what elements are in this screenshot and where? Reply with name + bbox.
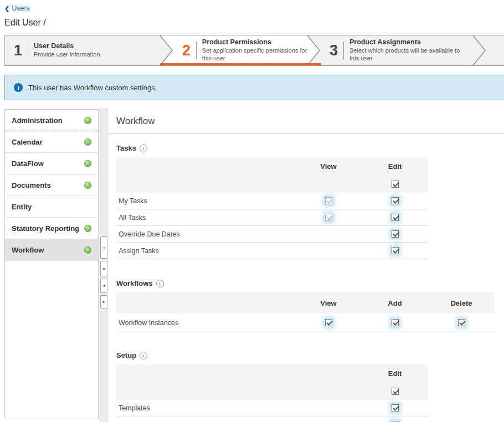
view-checkbox[interactable] [325, 319, 332, 326]
step-subtitle: Select which products will be available … [349, 47, 466, 63]
setup-section-title: Setup [116, 351, 136, 359]
back-link-label: Users [12, 4, 30, 12]
info-icon: i [14, 83, 23, 92]
edit-checkbox[interactable] [392, 214, 399, 221]
step-title: Product Assignments [349, 38, 466, 46]
panel-header: Workflow [107, 116, 504, 134]
table-row: All Tasks [116, 209, 428, 226]
add-checkbox[interactable] [392, 319, 399, 326]
status-dot-icon [84, 138, 91, 146]
table-row: My Tasks [116, 193, 428, 209]
step-title: Product Permissions [202, 38, 307, 46]
step-divider [28, 42, 28, 59]
column-header-edit: Edit [362, 162, 428, 171]
column-header-view: View [295, 162, 362, 171]
select-all-edit-checkbox[interactable] [392, 388, 399, 395]
view-checkbox [325, 214, 332, 221]
splitter-collapse-button[interactable]: « [100, 261, 107, 276]
stepper-filler [486, 35, 504, 65]
table-row: Global Settings [116, 416, 428, 422]
row-label: Assign Tasks [116, 247, 295, 255]
back-chevron-icon: ❮ [4, 5, 9, 12]
workflows-section-title: Workflows [116, 279, 153, 287]
row-label: All Tasks [116, 214, 295, 222]
resize-icon: ⊣⊢ [101, 246, 106, 250]
row-label: Workflow Instances [116, 319, 295, 327]
table-row: Override Due Dates [116, 226, 428, 243]
sidebar-item-label: Entity [12, 203, 84, 211]
setup-table: Edit Templates Global Settings [116, 364, 428, 422]
step-divider [343, 42, 344, 59]
workflows-table: View Add Delete Workflow Instances [116, 292, 495, 332]
tasks-section: Tasks i View Edit My Tasks [116, 144, 504, 259]
splitter-left-button[interactable]: ◄ [100, 279, 107, 293]
sidebar-item-dataflow[interactable]: DataFlow [5, 153, 98, 174]
info-banner: i This user has Workflow custom settings… [4, 75, 504, 100]
step-title: User Details [34, 42, 100, 50]
edit-checkbox[interactable] [392, 404, 399, 411]
back-to-users-link[interactable]: ❮Users [4, 4, 30, 12]
edit-checkbox[interactable] [392, 230, 399, 238]
select-all-edit-checkbox[interactable] [392, 181, 399, 188]
sidebar-item-administration[interactable]: Administration [5, 110, 98, 131]
table-row: Templates [116, 400, 428, 416]
info-icon[interactable]: i [156, 280, 164, 287]
step-subtitle: Provide user information [34, 51, 100, 59]
step-chevron-icon [473, 35, 486, 65]
sidebar-item-workflow[interactable]: Workflow [5, 239, 98, 261]
status-dot-icon [84, 117, 91, 124]
sidebar-item-label: Statutory Reporting [12, 224, 84, 233]
step-product-permissions[interactable]: 2 Product Permissions Set application sp… [173, 35, 307, 65]
column-header-delete: Delete [428, 299, 495, 307]
row-label: Override Due Dates [116, 230, 295, 238]
info-icon[interactable]: i [140, 352, 147, 359]
collapse-icon: « [102, 266, 105, 271]
step-chevron-icon [307, 35, 321, 65]
status-dot-icon [84, 225, 91, 232]
column-header-view: View [295, 299, 362, 307]
wizard-stepper: 1 User Details Provide user information … [4, 35, 504, 66]
step-product-assignments[interactable]: 3 Product Assignments Select which produ… [321, 35, 473, 65]
row-label: Templates [116, 404, 295, 412]
arrow-right-icon: ► [102, 300, 106, 303]
table-row: Workflow Instances [116, 313, 495, 332]
delete-checkbox[interactable] [458, 319, 465, 326]
tasks-table: View Edit My Tasks All Tasks [116, 157, 428, 259]
arrow-left-icon: ◄ [102, 284, 106, 287]
sidebar-item-label: Workflow [12, 246, 84, 254]
view-checkbox [325, 197, 332, 204]
step-chevron-icon [160, 35, 173, 65]
banner-message: This user has Workflow custom settings. [28, 84, 157, 92]
sidebar-item-entity[interactable]: Entity [5, 196, 98, 218]
splitter-resize-button[interactable]: ⊣⊢ [100, 236, 107, 259]
status-dot-icon [84, 246, 91, 254]
info-icon[interactable]: i [140, 145, 147, 152]
panel-splitter[interactable]: ⊣⊢ « ◄ ► [100, 108, 107, 422]
sidebar-item-calendar[interactable]: Calendar [5, 131, 98, 153]
workflows-table-header: View Add Delete [116, 292, 495, 313]
sidebar-item-label: Calendar [12, 138, 84, 146]
step-subtitle: Set application specific permissions for… [202, 47, 307, 63]
step-number: 1 [14, 43, 22, 58]
status-dot-icon [84, 160, 91, 167]
product-sidebar: Administration Calendar DataFlow Documen… [4, 109, 99, 419]
setup-section: Setup i Edit Templates [116, 351, 504, 422]
column-header-add: Add [362, 299, 428, 307]
tasks-section-title: Tasks [116, 144, 136, 152]
sidebar-item-statutory-reporting[interactable]: Statutory Reporting [5, 218, 98, 239]
sidebar-item-documents[interactable]: Documents [5, 174, 98, 196]
panel-title: Workflow [116, 116, 155, 126]
permissions-panel: Workflow Tasks i View Edit My Task [107, 108, 504, 422]
sidebar-item-label: Administration [12, 116, 84, 125]
sidebar-item-label: DataFlow [12, 159, 84, 168]
column-header-edit: Edit [362, 369, 428, 378]
setup-table-header: Edit [116, 364, 428, 400]
step-user-details[interactable]: 1 User Details Provide user information [5, 35, 160, 65]
active-step-indicator [160, 63, 321, 65]
step-number: 2 [182, 43, 191, 58]
splitter-right-button[interactable]: ► [100, 295, 107, 308]
edit-checkbox[interactable] [392, 197, 399, 204]
tasks-table-header: View Edit [116, 157, 428, 193]
edit-checkbox[interactable] [392, 247, 399, 254]
table-row: Assign Tasks [116, 243, 428, 259]
